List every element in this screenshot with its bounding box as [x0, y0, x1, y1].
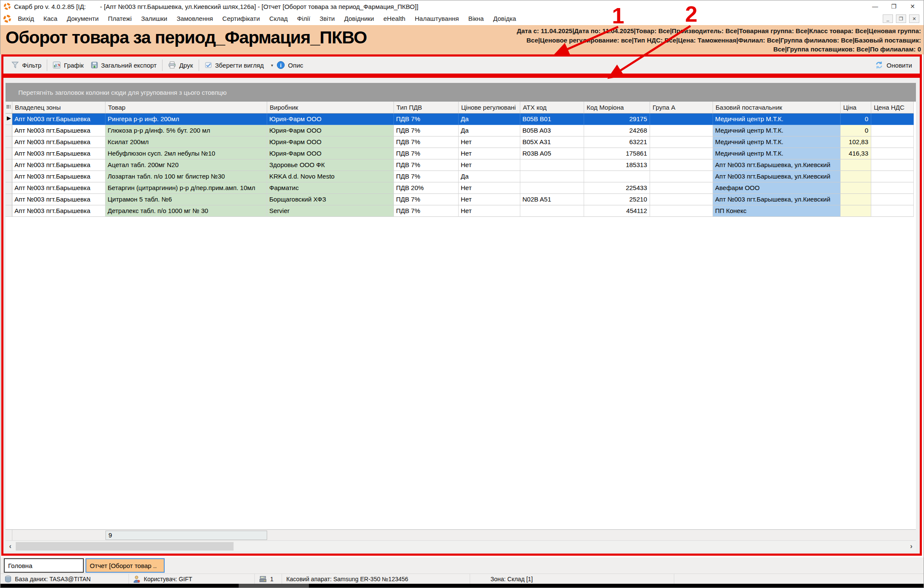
menu-item-0[interactable]: Вихід: [13, 13, 39, 24]
column-header-vat[interactable]: Тип ПДВ: [394, 102, 459, 114]
cell-price_reg: Да: [459, 114, 520, 125]
cell-price_reg: Нет: [459, 182, 520, 194]
status-text: Користувач: GIFT: [144, 576, 192, 582]
cell-morion: 25210: [584, 194, 650, 205]
scrollbar-thumb[interactable]: [16, 542, 234, 551]
toolbar-button-0[interactable]: Фільтр: [8, 60, 45, 70]
menu-item-2[interactable]: Документи: [62, 13, 103, 24]
table-row[interactable]: Апт №003 пгт.БарышевкаЦитрамон 5 табл. №…: [6, 194, 916, 205]
tab-report-active[interactable]: Отчет [Оборот товар ..: [86, 558, 165, 573]
table-row[interactable]: Апт №003 пгт.БарышевкаАцетал табл. 200мг…: [6, 159, 916, 171]
toolbar-button-2[interactable]: Загальний експорт: [87, 60, 160, 70]
column-header-group_a[interactable]: Група А: [650, 102, 713, 114]
toolbar-button-label: Графік: [64, 62, 83, 69]
cell-price: [841, 205, 871, 217]
status-bar: База даних: TASA3@TITANКористувач: GIFT1…: [0, 574, 924, 584]
menu-item-4[interactable]: Залишки: [137, 13, 172, 24]
minimize-button[interactable]: —: [866, 0, 884, 12]
menu-item-9[interactable]: Звіти: [315, 13, 339, 24]
menu-item-14[interactable]: Довідка: [488, 13, 521, 24]
filter-line: Дата с: 11.04.2025|Дата по: 11.04.2025|Т…: [415, 26, 921, 36]
table-row[interactable]: ▶Апт №003 пгт.БарышевкаРингера р-р инф. …: [6, 114, 916, 125]
menu-item-5[interactable]: Замовлення: [172, 13, 217, 24]
cell-morion: 63221: [584, 136, 650, 148]
column-header-price_reg[interactable]: Цінове регулювані: [459, 102, 520, 114]
column-header-manufacturer[interactable]: Виробник: [267, 102, 394, 114]
cell-manufacturer: Здоровье ООО ФК: [267, 159, 394, 171]
column-header-atx[interactable]: АТХ код: [520, 102, 584, 114]
cell-group_a: [650, 125, 713, 136]
report-banner: Оборот товара за период_Фармация_ПКВО Да…: [0, 25, 924, 54]
table-row[interactable]: Апт №003 пгт.БарышевкаНебуфлюзон сусп. 2…: [6, 148, 916, 159]
cell-morion: 454112: [584, 205, 650, 217]
column-header-price_vat[interactable]: Цена НДС: [871, 102, 914, 114]
column-header-supplier[interactable]: Базовий постачальник: [713, 102, 841, 114]
menu-item-1[interactable]: Каса: [39, 13, 62, 24]
toolbar: ФільтрГрафікЗагальний експортДрукЗберегт…: [3, 57, 920, 74]
cell-price_vat: [871, 148, 914, 159]
bottom-tab-bar: Головна Отчет [Оборот товар ..: [0, 557, 924, 574]
table-row[interactable]: Апт №003 пгт.БарышевкаБетаргин (цитрарги…: [6, 182, 916, 194]
column-header-ind[interactable]: [6, 102, 12, 114]
toolbar-button-label: Зберегти вигляд: [215, 62, 264, 69]
column-header-price[interactable]: Ціна: [841, 102, 871, 114]
cell-supplier: Апт №003 пгт.Барышевка, ул.Киевский: [713, 194, 841, 205]
menu-item-8[interactable]: Філії: [292, 13, 315, 24]
toolbar-button-1[interactable]: Графік: [49, 60, 87, 70]
cell-product: Глюкоза р-р д/инф. 5% бут. 200 мл: [106, 125, 267, 136]
toolbar-button-3[interactable]: Друк: [165, 60, 196, 70]
table-row[interactable]: Апт №003 пгт.БарышевкаКсилат 200млЮрия-Ф…: [6, 136, 916, 148]
column-header-morion[interactable]: Код Моріона: [584, 102, 650, 114]
refresh-button-label: Оновити: [887, 62, 912, 69]
cell-price_reg: Нет: [459, 148, 520, 159]
cell-atx: [520, 205, 584, 217]
group-by-bar[interactable]: Перетягніть заголовок колонки сюди для у…: [6, 83, 916, 102]
toolbar-button-label: Фільтр: [22, 62, 41, 69]
horizontal-scrollbar[interactable]: ‹ ›: [6, 540, 916, 551]
column-header-owner[interactable]: Владелец зоны: [12, 102, 106, 114]
cell-price_vat: [871, 194, 914, 205]
mdi-minimize-button[interactable]: _: [883, 14, 893, 23]
cell-price_reg: Нет: [459, 159, 520, 171]
cell-manufacturer: Юрия-Фарм ООО: [267, 125, 394, 136]
cell-ind: [6, 125, 12, 136]
annotation-rectangle-grid: Перетягніть заголовок колонки сюди для у…: [1, 76, 922, 556]
app-window: Скарб pro v. 4.0.2.85 [ІД: - [Апт №003 п…: [0, 0, 924, 588]
cell-ind: [6, 136, 12, 148]
filter-line: Все|Ценовое регулирование: все|Тип НДС: …: [415, 36, 921, 45]
mdi-close-button[interactable]: ✕: [909, 14, 919, 23]
cell-atx: [520, 159, 584, 171]
cell-atx: N02B A51: [520, 194, 584, 205]
menu-item-7[interactable]: Склад: [265, 13, 292, 24]
menu-item-12[interactable]: Налаштування: [410, 13, 464, 24]
cell-price_vat: [871, 136, 914, 148]
menu-item-11[interactable]: eHealth: [379, 13, 410, 24]
menu-item-3[interactable]: Платежі: [103, 13, 137, 24]
table-row[interactable]: Апт №003 пгт.БарышевкаДетралекс табл. п/…: [6, 205, 916, 217]
refresh-button[interactable]: Оновити: [871, 60, 915, 71]
cell-price_vat: [871, 205, 914, 217]
cell-product: Ацетал табл. 200мг N20: [106, 159, 267, 171]
cell-manufacturer: Юрия-Фарм ООО: [267, 136, 394, 148]
table-row[interactable]: Апт №003 пгт.БарышевкаЛозартан табл. п/о…: [6, 171, 916, 182]
column-header-product[interactable]: Товар: [106, 102, 267, 114]
toolbar-button-5[interactable]: iОпис: [273, 60, 307, 71]
menu-item-6[interactable]: Сертифікати: [218, 13, 265, 24]
cell-product: Лозартан табл. п/о 100 мг блистер №30: [106, 171, 267, 182]
app-logo-icon: [3, 3, 11, 10]
taskbar-fragment: [239, 584, 309, 588]
restore-button[interactable]: ❐: [884, 0, 903, 12]
mdi-restore-button[interactable]: ❐: [896, 14, 906, 23]
scroll-left-arrow[interactable]: ‹: [6, 541, 15, 551]
tab-home[interactable]: Головна: [4, 558, 84, 573]
scroll-right-arrow[interactable]: ›: [907, 541, 916, 551]
close-button[interactable]: ✕: [903, 0, 922, 12]
table-row[interactable]: Апт №003 пгт.БарышевкаГлюкоза р-р д/инф.…: [6, 125, 916, 136]
toolbar-separator: [162, 60, 163, 71]
toolbar-button-4[interactable]: Зберегти вигляд: [201, 60, 268, 70]
menu-item-10[interactable]: Довідники: [339, 13, 379, 24]
grid-handle-icon[interactable]: [6, 104, 11, 109]
menu-item-13[interactable]: Вікна: [464, 13, 489, 24]
toolbar-button-label: Загальний експорт: [101, 62, 157, 69]
cell-group_a: [650, 171, 713, 182]
